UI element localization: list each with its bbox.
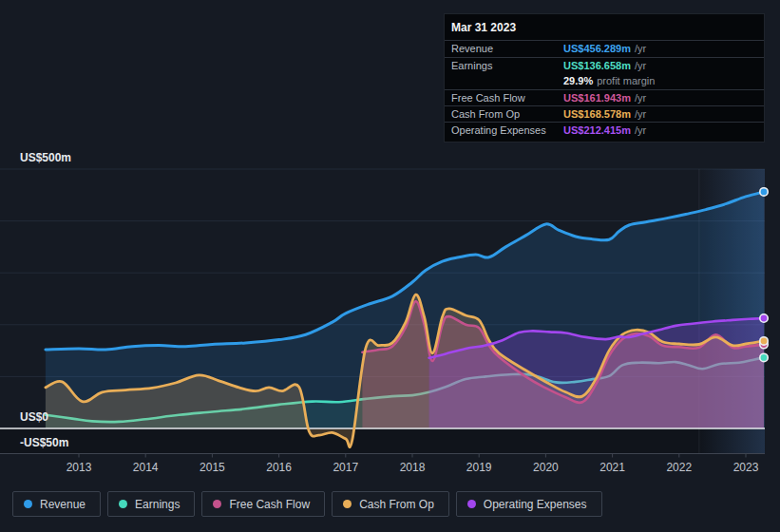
legend-item-operating-expenses[interactable]: Operating Expenses: [456, 491, 602, 517]
tooltip-unit: /yr: [635, 108, 646, 120]
legend-item-revenue[interactable]: Revenue: [12, 491, 101, 517]
tooltip-row-earnings: Earnings US$136.658m /yr: [445, 57, 764, 73]
chart-panel: US$500mUS$0-US$50m 201320142015201620172…: [0, 0, 780, 532]
tooltip-value: US$212.415m: [563, 124, 631, 136]
cash-from-op-end-dot: [760, 337, 768, 345]
negative-zone: [0, 428, 765, 454]
tooltip-unit: /yr: [635, 92, 646, 104]
tooltip-unit: /yr: [635, 60, 646, 71]
legend-label: Cash From Op: [359, 498, 434, 511]
operating-expenses-end-dot: [760, 314, 768, 322]
legend: Revenue Earnings Free Cash Flow Cash Fro…: [12, 491, 602, 517]
tooltip-row-operating-expenses: Operating Expenses US$212.415m /yr: [445, 122, 764, 138]
tooltip-label: Operating Expenses: [451, 124, 563, 136]
legend-dot: [343, 500, 352, 508]
profit-margin-value: 29.9%: [563, 75, 593, 86]
hover-tooltip: Mar 31 2023 Revenue US$456.289m /yr Earn…: [444, 13, 765, 142]
legend-dot: [119, 500, 127, 508]
legend-item-cash-from-op[interactable]: Cash From Op: [332, 491, 449, 517]
tooltip-unit: /yr: [635, 43, 646, 54]
tooltip-date: Mar 31 2023: [445, 14, 764, 41]
legend-label: Earnings: [135, 498, 180, 511]
legend-label: Operating Expenses: [484, 498, 587, 511]
tooltip-row-profit-margin: 29.9% profit margin: [445, 73, 764, 89]
legend-dot: [467, 500, 476, 508]
tooltip-value: US$161.943m: [563, 92, 631, 104]
tooltip-row-cash-from-op: Cash From Op US$168.578m /yr: [445, 105, 764, 122]
tooltip-label: Revenue: [451, 43, 563, 54]
tooltip-value: US$168.578m: [563, 108, 631, 120]
tooltip-value: US$456.289m: [563, 43, 631, 54]
legend-dot: [213, 500, 221, 508]
legend-label: Revenue: [40, 498, 86, 511]
earnings-end-dot: [760, 353, 768, 361]
tooltip-label: Cash From Op: [451, 108, 563, 120]
tooltip-row-free-cash-flow: Free Cash Flow US$161.943m /yr: [445, 89, 764, 105]
legend-item-free-cash-flow[interactable]: Free Cash Flow: [201, 491, 325, 517]
legend-label: Free Cash Flow: [229, 498, 310, 511]
legend-dot: [24, 500, 32, 508]
revenue-end-dot: [760, 188, 768, 196]
tooltip-unit: /yr: [635, 124, 646, 136]
legend-item-earnings[interactable]: Earnings: [107, 491, 195, 517]
profit-margin-label: profit margin: [597, 75, 655, 86]
tooltip-label: Free Cash Flow: [451, 92, 563, 104]
tooltip-label: Earnings: [451, 60, 563, 71]
tooltip-row-revenue: Revenue US$456.289m /yr: [445, 41, 764, 57]
tooltip-value: US$136.658m: [563, 60, 631, 71]
